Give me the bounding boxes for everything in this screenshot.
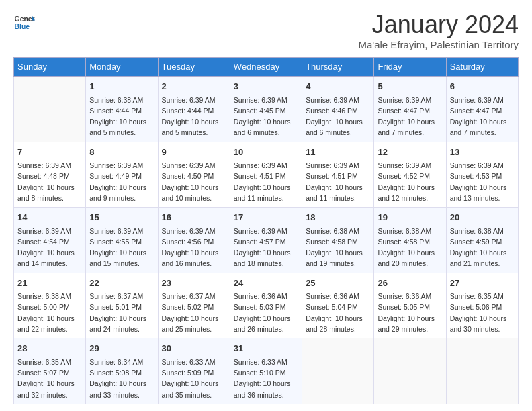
logo: General Blue [13, 11, 35, 32]
day-info: Sunrise: 6:37 AMSunset: 5:01 PMDaylight:… [89, 291, 154, 334]
calendar-week-row: 14Sunrise: 6:39 AMSunset: 4:54 PMDayligh… [14, 208, 519, 273]
day-number: 11 [306, 146, 370, 159]
day-info: Sunrise: 6:39 AMSunset: 4:56 PMDaylight:… [162, 226, 226, 269]
calendar-cell: 29Sunrise: 6:34 AMSunset: 5:08 PMDayligh… [86, 338, 158, 404]
day-number: 9 [162, 146, 226, 159]
day-info: Sunrise: 6:39 AMSunset: 4:47 PMDaylight:… [378, 95, 442, 138]
calendar-cell: 12Sunrise: 6:39 AMSunset: 4:52 PMDayligh… [374, 142, 446, 208]
calendar-cell: 4Sunrise: 6:39 AMSunset: 4:46 PMDaylight… [302, 77, 374, 142]
calendar-cell [446, 338, 518, 404]
day-info: Sunrise: 6:39 AMSunset: 4:51 PMDaylight:… [234, 160, 298, 203]
day-info: Sunrise: 6:36 AMSunset: 5:05 PMDaylight:… [378, 291, 442, 334]
calendar-cell: 17Sunrise: 6:39 AMSunset: 4:57 PMDayligh… [230, 208, 302, 273]
day-info: Sunrise: 6:38 AMSunset: 4:44 PMDaylight:… [89, 95, 154, 138]
day-info: Sunrise: 6:38 AMSunset: 4:58 PMDaylight:… [378, 226, 442, 269]
day-number: 31 [234, 342, 298, 355]
day-info: Sunrise: 6:39 AMSunset: 4:53 PMDaylight:… [450, 160, 515, 203]
day-number: 10 [234, 146, 298, 159]
calendar-header-row: SundayMondayTuesdayWednesdayThursdayFrid… [14, 58, 519, 77]
day-info: Sunrise: 6:39 AMSunset: 4:54 PMDaylight:… [17, 226, 82, 269]
day-number: 2 [162, 80, 226, 93]
month-title: January 2024 [358, 11, 519, 39]
calendar-week-row: 28Sunrise: 6:35 AMSunset: 5:07 PMDayligh… [14, 338, 519, 404]
day-info: Sunrise: 6:39 AMSunset: 4:50 PMDaylight:… [162, 160, 226, 203]
calendar-cell: 5Sunrise: 6:39 AMSunset: 4:47 PMDaylight… [374, 77, 446, 142]
header-wednesday: Wednesday [230, 58, 302, 77]
day-info: Sunrise: 6:39 AMSunset: 4:45 PMDaylight:… [234, 95, 298, 138]
day-number: 18 [306, 211, 370, 224]
day-number: 20 [450, 211, 515, 224]
day-number: 8 [89, 146, 154, 159]
calendar-cell: 6Sunrise: 6:39 AMSunset: 4:47 PMDaylight… [446, 77, 518, 142]
day-number: 3 [234, 80, 298, 93]
calendar-cell: 25Sunrise: 6:36 AMSunset: 5:04 PMDayligh… [302, 273, 374, 338]
calendar-cell: 26Sunrise: 6:36 AMSunset: 5:05 PMDayligh… [374, 273, 446, 338]
day-number: 13 [450, 146, 515, 159]
day-number: 4 [306, 80, 370, 93]
day-info: Sunrise: 6:35 AMSunset: 5:06 PMDaylight:… [450, 291, 515, 334]
calendar-cell: 2Sunrise: 6:39 AMSunset: 4:44 PMDaylight… [158, 77, 230, 142]
day-info: Sunrise: 6:39 AMSunset: 4:51 PMDaylight:… [306, 160, 370, 203]
calendar-week-row: 21Sunrise: 6:38 AMSunset: 5:00 PMDayligh… [14, 273, 519, 338]
header-sunday: Sunday [14, 58, 86, 77]
location-subtitle: Ma'ale Efrayim, Palestinian Territory [358, 39, 519, 50]
day-info: Sunrise: 6:38 AMSunset: 5:00 PMDaylight:… [17, 291, 82, 334]
day-number: 25 [306, 277, 370, 290]
day-info: Sunrise: 6:38 AMSunset: 4:59 PMDaylight:… [450, 226, 515, 269]
day-number: 29 [89, 342, 154, 355]
calendar-cell: 30Sunrise: 6:33 AMSunset: 5:09 PMDayligh… [158, 338, 230, 404]
calendar-cell: 16Sunrise: 6:39 AMSunset: 4:56 PMDayligh… [158, 208, 230, 273]
day-info: Sunrise: 6:39 AMSunset: 4:55 PMDaylight:… [89, 226, 154, 269]
calendar-cell: 1Sunrise: 6:38 AMSunset: 4:44 PMDaylight… [86, 77, 158, 142]
day-info: Sunrise: 6:38 AMSunset: 4:58 PMDaylight:… [306, 226, 370, 269]
day-info: Sunrise: 6:33 AMSunset: 5:09 PMDaylight:… [162, 357, 226, 400]
day-number: 19 [378, 211, 442, 224]
day-number: 30 [162, 342, 226, 355]
header-tuesday: Tuesday [158, 58, 230, 77]
calendar-cell: 3Sunrise: 6:39 AMSunset: 4:45 PMDaylight… [230, 77, 302, 142]
day-info: Sunrise: 6:39 AMSunset: 4:47 PMDaylight:… [450, 95, 515, 138]
calendar-cell: 9Sunrise: 6:39 AMSunset: 4:50 PMDaylight… [158, 142, 230, 208]
calendar-cell [302, 338, 374, 404]
day-number: 24 [234, 277, 298, 290]
day-number: 17 [234, 211, 298, 224]
calendar-cell: 20Sunrise: 6:38 AMSunset: 4:59 PMDayligh… [446, 208, 518, 273]
calendar-cell: 23Sunrise: 6:37 AMSunset: 5:02 PMDayligh… [158, 273, 230, 338]
svg-text:Blue: Blue [15, 23, 30, 30]
day-info: Sunrise: 6:39 AMSunset: 4:48 PMDaylight:… [17, 160, 82, 203]
header-saturday: Saturday [446, 58, 518, 77]
calendar-cell: 11Sunrise: 6:39 AMSunset: 4:51 PMDayligh… [302, 142, 374, 208]
day-info: Sunrise: 6:36 AMSunset: 5:03 PMDaylight:… [234, 291, 298, 334]
calendar-cell: 24Sunrise: 6:36 AMSunset: 5:03 PMDayligh… [230, 273, 302, 338]
calendar-cell: 10Sunrise: 6:39 AMSunset: 4:51 PMDayligh… [230, 142, 302, 208]
calendar-cell: 21Sunrise: 6:38 AMSunset: 5:00 PMDayligh… [14, 273, 86, 338]
header-thursday: Thursday [302, 58, 374, 77]
day-number: 1 [89, 80, 154, 93]
header-monday: Monday [86, 58, 158, 77]
day-info: Sunrise: 6:37 AMSunset: 5:02 PMDaylight:… [162, 291, 226, 334]
calendar-cell: 15Sunrise: 6:39 AMSunset: 4:55 PMDayligh… [86, 208, 158, 273]
header-friday: Friday [374, 58, 446, 77]
day-number: 16 [162, 211, 226, 224]
calendar-cell: 18Sunrise: 6:38 AMSunset: 4:58 PMDayligh… [302, 208, 374, 273]
calendar-cell: 28Sunrise: 6:35 AMSunset: 5:07 PMDayligh… [14, 338, 86, 404]
day-number: 27 [450, 277, 515, 290]
day-number: 7 [17, 146, 82, 159]
day-number: 23 [162, 277, 226, 290]
day-info: Sunrise: 6:39 AMSunset: 4:52 PMDaylight:… [378, 160, 442, 203]
day-info: Sunrise: 6:33 AMSunset: 5:10 PMDaylight:… [234, 357, 298, 400]
day-number: 21 [17, 277, 82, 290]
calendar-table: SundayMondayTuesdayWednesdayThursdayFrid… [13, 57, 519, 404]
calendar-cell: 27Sunrise: 6:35 AMSunset: 5:06 PMDayligh… [446, 273, 518, 338]
day-info: Sunrise: 6:39 AMSunset: 4:57 PMDaylight:… [234, 226, 298, 269]
day-info: Sunrise: 6:35 AMSunset: 5:07 PMDaylight:… [17, 357, 82, 400]
calendar-cell: 7Sunrise: 6:39 AMSunset: 4:48 PMDaylight… [14, 142, 86, 208]
calendar-cell [14, 77, 86, 142]
day-number: 6 [450, 80, 515, 93]
calendar-week-row: 7Sunrise: 6:39 AMSunset: 4:48 PMDaylight… [14, 142, 519, 208]
day-number: 15 [89, 211, 154, 224]
page-header: General Blue January 2024 Ma'ale Efrayim… [13, 11, 519, 50]
day-info: Sunrise: 6:36 AMSunset: 5:04 PMDaylight:… [306, 291, 370, 334]
calendar-week-row: 1Sunrise: 6:38 AMSunset: 4:44 PMDaylight… [14, 77, 519, 142]
day-number: 26 [378, 277, 442, 290]
